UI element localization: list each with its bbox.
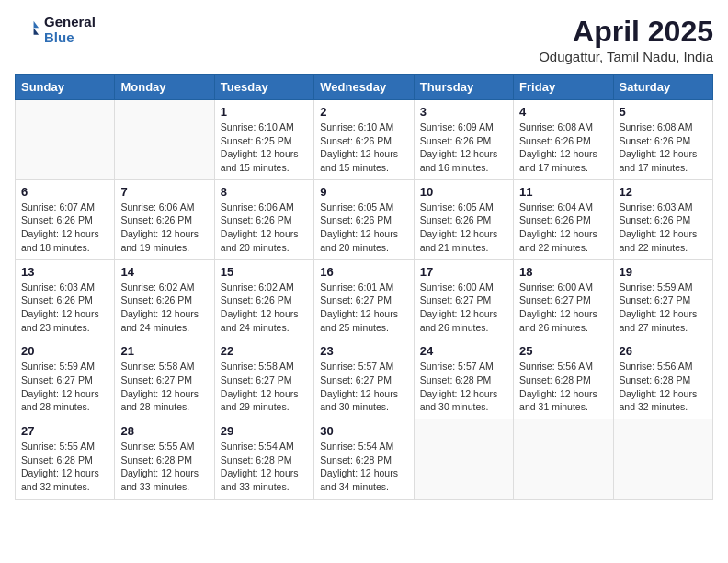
calendar-cell: 29Sunrise: 5:54 AM Sunset: 6:28 PM Dayli… (214, 419, 313, 500)
day-number: 24 (420, 344, 507, 358)
day-number: 28 (120, 424, 208, 438)
day-info: Sunrise: 5:55 AM Sunset: 6:28 PM Dayligh… (21, 440, 108, 494)
day-info: Sunrise: 5:54 AM Sunset: 6:28 PM Dayligh… (221, 440, 308, 494)
day-number: 30 (320, 424, 407, 438)
calendar-week-row: 27Sunrise: 5:55 AM Sunset: 6:28 PM Dayli… (16, 419, 713, 500)
calendar-week-row: 20Sunrise: 5:59 AM Sunset: 6:27 PM Dayli… (16, 339, 713, 419)
day-info: Sunrise: 6:08 AM Sunset: 6:26 PM Dayligh… (519, 121, 607, 175)
calendar-cell: 23Sunrise: 5:57 AM Sunset: 6:27 PM Dayli… (314, 339, 414, 419)
logo-line1: General (44, 15, 96, 30)
weekday-header: Thursday (414, 75, 513, 100)
title-block: April 2025 Odugattur, Tamil Nadu, India (539, 15, 713, 64)
weekday-header: Friday (514, 75, 613, 100)
day-info: Sunrise: 6:01 AM Sunset: 6:27 PM Dayligh… (320, 281, 407, 335)
svg-marker-1 (34, 28, 40, 34)
calendar-cell: 17Sunrise: 6:00 AM Sunset: 6:27 PM Dayli… (414, 259, 513, 339)
logo-line2: Blue (44, 30, 96, 46)
calendar-cell: 12Sunrise: 6:03 AM Sunset: 6:26 PM Dayli… (613, 179, 712, 259)
calendar-week-row: 1Sunrise: 6:10 AM Sunset: 6:25 PM Daylig… (16, 100, 713, 180)
calendar-cell: 16Sunrise: 6:01 AM Sunset: 6:27 PM Dayli… (314, 259, 414, 339)
calendar-cell: 11Sunrise: 6:04 AM Sunset: 6:26 PM Dayli… (514, 179, 613, 259)
month-title: April 2025 (539, 15, 713, 49)
calendar-week-row: 13Sunrise: 6:03 AM Sunset: 6:26 PM Dayli… (16, 259, 713, 339)
calendar-cell: 6Sunrise: 6:07 AM Sunset: 6:26 PM Daylig… (16, 179, 115, 259)
day-info: Sunrise: 5:56 AM Sunset: 6:28 PM Dayligh… (620, 360, 707, 414)
calendar-cell: 13Sunrise: 6:03 AM Sunset: 6:26 PM Dayli… (16, 259, 115, 339)
day-number: 29 (221, 424, 308, 438)
calendar-cell: 27Sunrise: 5:55 AM Sunset: 6:28 PM Dayli… (16, 419, 115, 500)
day-info: Sunrise: 6:06 AM Sunset: 6:26 PM Dayligh… (221, 201, 308, 255)
day-number: 27 (21, 424, 108, 438)
day-info: Sunrise: 6:10 AM Sunset: 6:26 PM Dayligh… (320, 121, 407, 175)
day-number: 25 (519, 344, 607, 358)
day-info: Sunrise: 6:07 AM Sunset: 6:26 PM Dayligh… (21, 201, 108, 255)
day-info: Sunrise: 6:00 AM Sunset: 6:27 PM Dayligh… (519, 281, 607, 335)
location: Odugattur, Tamil Nadu, India (539, 49, 713, 64)
day-info: Sunrise: 5:59 AM Sunset: 6:27 PM Dayligh… (620, 281, 707, 335)
day-number: 8 (221, 185, 308, 199)
calendar-cell: 19Sunrise: 5:59 AM Sunset: 6:27 PM Dayli… (613, 259, 712, 339)
calendar-cell: 7Sunrise: 6:06 AM Sunset: 6:26 PM Daylig… (115, 179, 214, 259)
weekday-header: Saturday (613, 75, 712, 100)
day-info: Sunrise: 6:05 AM Sunset: 6:26 PM Dayligh… (420, 201, 507, 255)
calendar-cell: 15Sunrise: 6:02 AM Sunset: 6:26 PM Dayli… (214, 259, 313, 339)
weekday-header: Wednesday (314, 75, 414, 100)
weekday-header: Monday (115, 75, 214, 100)
day-number: 7 (120, 185, 208, 199)
calendar-week-row: 6Sunrise: 6:07 AM Sunset: 6:26 PM Daylig… (16, 179, 713, 259)
day-info: Sunrise: 5:54 AM Sunset: 6:28 PM Dayligh… (320, 440, 407, 494)
calendar-cell: 30Sunrise: 5:54 AM Sunset: 6:28 PM Dayli… (314, 419, 414, 500)
weekday-header-row: SundayMondayTuesdayWednesdayThursdayFrid… (16, 75, 713, 100)
day-info: Sunrise: 5:58 AM Sunset: 6:27 PM Dayligh… (120, 360, 208, 414)
day-info: Sunrise: 6:03 AM Sunset: 6:26 PM Dayligh… (21, 281, 108, 335)
day-number: 18 (519, 265, 607, 279)
calendar-cell (613, 419, 712, 500)
logo: General Blue (15, 15, 96, 45)
day-number: 13 (21, 265, 108, 279)
calendar-cell (16, 100, 115, 180)
day-number: 12 (620, 185, 707, 199)
day-number: 14 (120, 265, 208, 279)
calendar-cell (414, 419, 513, 500)
page-header: General Blue April 2025 Odugattur, Tamil… (15, 15, 713, 64)
calendar-cell: 5Sunrise: 6:08 AM Sunset: 6:26 PM Daylig… (613, 100, 712, 180)
calendar-table: SundayMondayTuesdayWednesdayThursdayFrid… (15, 74, 713, 500)
calendar-cell: 3Sunrise: 6:09 AM Sunset: 6:26 PM Daylig… (414, 100, 513, 180)
weekday-header: Tuesday (214, 75, 313, 100)
day-number: 19 (620, 265, 707, 279)
day-info: Sunrise: 6:03 AM Sunset: 6:26 PM Dayligh… (620, 201, 707, 255)
day-number: 3 (420, 105, 507, 119)
calendar-cell (514, 419, 613, 500)
day-number: 5 (620, 105, 707, 119)
day-info: Sunrise: 6:02 AM Sunset: 6:26 PM Dayligh… (120, 281, 208, 335)
day-info: Sunrise: 5:57 AM Sunset: 6:28 PM Dayligh… (420, 360, 507, 414)
day-info: Sunrise: 6:02 AM Sunset: 6:26 PM Dayligh… (221, 281, 308, 335)
calendar-cell: 21Sunrise: 5:58 AM Sunset: 6:27 PM Dayli… (115, 339, 214, 419)
day-info: Sunrise: 5:55 AM Sunset: 6:28 PM Dayligh… (120, 440, 208, 494)
day-number: 4 (519, 105, 607, 119)
calendar-cell: 28Sunrise: 5:55 AM Sunset: 6:28 PM Dayli… (115, 419, 214, 500)
calendar-cell (115, 100, 214, 180)
calendar-cell: 8Sunrise: 6:06 AM Sunset: 6:26 PM Daylig… (214, 179, 313, 259)
calendar-cell: 14Sunrise: 6:02 AM Sunset: 6:26 PM Dayli… (115, 259, 214, 339)
logo-icon (15, 17, 40, 43)
day-number: 17 (420, 265, 507, 279)
day-number: 20 (21, 344, 108, 358)
calendar-cell: 20Sunrise: 5:59 AM Sunset: 6:27 PM Dayli… (16, 339, 115, 419)
svg-marker-0 (34, 20, 40, 27)
day-number: 15 (221, 265, 308, 279)
calendar-cell: 2Sunrise: 6:10 AM Sunset: 6:26 PM Daylig… (314, 100, 414, 180)
day-info: Sunrise: 6:05 AM Sunset: 6:26 PM Dayligh… (320, 201, 407, 255)
calendar-cell: 24Sunrise: 5:57 AM Sunset: 6:28 PM Dayli… (414, 339, 513, 419)
calendar-cell: 18Sunrise: 6:00 AM Sunset: 6:27 PM Dayli… (514, 259, 613, 339)
day-info: Sunrise: 6:08 AM Sunset: 6:26 PM Dayligh… (620, 121, 707, 175)
day-number: 23 (320, 344, 407, 358)
logo-text: General Blue (44, 15, 96, 45)
day-number: 16 (320, 265, 407, 279)
day-info: Sunrise: 5:57 AM Sunset: 6:27 PM Dayligh… (320, 360, 407, 414)
calendar-cell: 26Sunrise: 5:56 AM Sunset: 6:28 PM Dayli… (613, 339, 712, 419)
day-info: Sunrise: 5:59 AM Sunset: 6:27 PM Dayligh… (21, 360, 108, 414)
day-number: 9 (320, 185, 407, 199)
calendar-cell: 1Sunrise: 6:10 AM Sunset: 6:25 PM Daylig… (214, 100, 313, 180)
day-number: 22 (221, 344, 308, 358)
